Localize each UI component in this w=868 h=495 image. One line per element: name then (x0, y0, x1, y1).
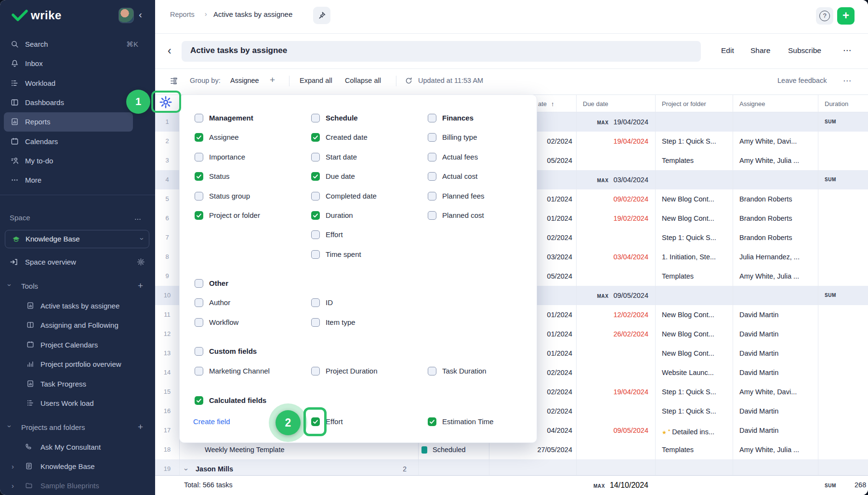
checkbox-other[interactable] (195, 279, 203, 288)
checkbox-schedule[interactable] (311, 114, 320, 122)
breadcrumb-reports[interactable]: Reports (170, 11, 195, 18)
group-by-value[interactable]: Assignee (230, 77, 259, 84)
sidebar-project-item[interactable]: Ask My Consultant (0, 438, 155, 457)
checkbox-start-date[interactable] (311, 153, 320, 161)
chart-icon (26, 360, 34, 368)
checkbox-id[interactable] (311, 298, 320, 307)
checkbox-project-or-folder[interactable] (195, 211, 203, 220)
collapse-all-button[interactable]: Collapse all (345, 77, 381, 84)
checkbox-billing-type[interactable] (428, 133, 436, 142)
assignee-value: Brandon Roberts (739, 189, 824, 209)
help-button[interactable]: ? (816, 7, 833, 25)
edit-button[interactable]: Edit (721, 46, 734, 55)
checkbox-planned-fees[interactable] (428, 192, 436, 201)
sidebar-section-tools[interactable]: › Tools + (0, 277, 155, 296)
breadcrumb-separator: › (205, 10, 207, 18)
sidebar-item-reports[interactable]: Reports (0, 112, 155, 132)
checkbox-calculated-fields[interactable] (195, 396, 203, 405)
pin-button[interactable] (313, 7, 330, 24)
sidebar-tool-item[interactable]: Active tasks by assignee (0, 296, 155, 316)
sidebar-tool-item[interactable]: Users Work load (0, 394, 155, 413)
checkbox-actual-fees[interactable] (428, 153, 436, 161)
back-icon[interactable]: ‹ (168, 44, 171, 57)
add-tool-icon[interactable]: + (138, 281, 143, 291)
column-header-project-or-folder[interactable]: Project or folder (662, 95, 706, 113)
sidebar-item-inbox[interactable]: Inbox (0, 54, 155, 73)
table-row[interactable]: 18Weekly Meeting TemplateScheduled27/05/… (155, 440, 868, 460)
group-by-add-icon[interactable]: + (270, 75, 275, 85)
column-header-due-date[interactable]: Due date (583, 95, 608, 113)
refresh-icon[interactable] (405, 77, 413, 85)
checkbox-task-duration[interactable] (428, 367, 436, 375)
fields-popup: ManagementAssigneeImportanceStatusStatus… (179, 94, 537, 443)
checkbox-duration[interactable] (311, 211, 320, 220)
sidebar-tool-label: Task Progress (40, 375, 86, 394)
checkbox-item-type[interactable] (311, 318, 320, 327)
checkbox-time-spent[interactable] (311, 250, 320, 259)
share-button[interactable]: Share (750, 46, 770, 55)
assignee-value: David Martin (739, 305, 824, 324)
expand-all-button[interactable]: Expand all (300, 77, 332, 84)
checkbox-author[interactable] (195, 298, 203, 307)
checkbox-due-date[interactable] (311, 172, 320, 181)
checkbox-planned-cost[interactable] (428, 211, 436, 220)
report-title-input[interactable]: Active tasks by assignee (182, 41, 701, 62)
sidebar-project-item[interactable]: ›Sample Blueprints (0, 476, 155, 495)
group-by-label: Group by: (190, 77, 221, 84)
sidebar-item-space-overview[interactable]: Space overview (0, 253, 155, 272)
graduation-cap-icon (12, 235, 20, 243)
sidebar-item-more[interactable]: More (0, 171, 155, 190)
title-more-button[interactable]: ⋯ (843, 45, 851, 55)
column-header-assignee[interactable]: Assignee (739, 95, 765, 113)
checkbox-workflow[interactable] (195, 318, 203, 327)
status-color-swatch (421, 446, 427, 454)
sidebar-section-projects[interactable]: › Projects and folders + (0, 418, 155, 437)
checkbox-status-group[interactable] (195, 192, 203, 201)
field-group-label: Custom fields (209, 346, 257, 357)
project-folder-value: New Blog Cont... (662, 209, 739, 228)
create-new-button[interactable]: + (837, 7, 855, 25)
checkbox-completed-date[interactable] (311, 192, 320, 201)
sidebar-collapse-icon[interactable]: ‹ (139, 9, 142, 20)
checkbox-status[interactable] (195, 172, 203, 181)
leave-feedback-link[interactable]: Leave feedback (777, 77, 827, 84)
checkbox-estimation-time[interactable] (428, 417, 436, 426)
checkbox-project-duration[interactable] (311, 367, 320, 375)
sidebar-tool-item[interactable]: Assigning and Following (0, 316, 155, 335)
column-header-duration[interactable]: Duration (825, 95, 848, 113)
field-label: Duration (326, 210, 353, 221)
checkbox-importance[interactable] (195, 153, 203, 161)
row-number: 4 (155, 170, 179, 189)
checkbox-custom-fields[interactable] (195, 347, 203, 356)
subscribe-button[interactable]: Subscribe (788, 46, 821, 55)
checkbox-effort[interactable] (311, 230, 320, 239)
create-field-link[interactable]: Create field (193, 416, 230, 427)
checkbox-actual-cost[interactable] (428, 172, 436, 181)
checkbox-finances[interactable] (428, 114, 436, 122)
breadcrumb-current[interactable]: Active tasks by assignee (213, 10, 292, 18)
row-number: 3 (155, 151, 179, 170)
sidebar-tool-item[interactable]: Project portfolio overview (0, 355, 155, 374)
sidebar-item-search[interactable]: Search⌘K (0, 35, 155, 54)
sidebar-project-item[interactable]: ›Knowledge Base (0, 457, 155, 476)
space-more-icon[interactable] (134, 215, 142, 223)
column-header-created-date[interactable]: ate (538, 95, 547, 113)
tools-label: Tools (21, 277, 38, 296)
toolbar-more-button[interactable]: ⋯ (843, 76, 851, 86)
gear-icon[interactable] (137, 258, 145, 266)
space-selector[interactable]: Knowledge Base › (5, 230, 149, 248)
sidebar-item-workload[interactable]: Workload (0, 74, 155, 93)
checkbox-management[interactable] (195, 114, 203, 122)
sidebar-item-calendars[interactable]: Calendars (0, 132, 155, 151)
sidebar-tool-item[interactable]: Project Calendars (0, 335, 155, 355)
sidebar-tool-item[interactable]: Task Progress (0, 375, 155, 394)
add-project-icon[interactable]: + (138, 422, 143, 432)
sidebar-project-label: Ask My Consultant (40, 438, 101, 457)
sidebar-item-mytodo[interactable]: My to-do (0, 151, 155, 171)
field-label: Actual fees (442, 152, 478, 162)
checkbox-assignee[interactable] (195, 133, 203, 142)
avatar[interactable] (118, 8, 134, 23)
field-label: Item type (326, 317, 355, 328)
checkbox-created-date[interactable] (311, 133, 320, 142)
checkbox-marketing-channel[interactable] (195, 367, 203, 375)
